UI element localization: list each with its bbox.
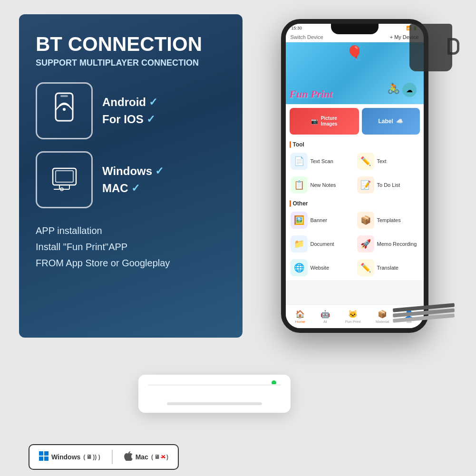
printer-device — [138, 375, 291, 413]
windows-compat-label: Windows — [51, 453, 80, 461]
phone-screen: 15:30 📶 🔋 Switch Device + My Device 🎈 🚴 … — [286, 24, 424, 328]
android-check: ✓ — [149, 96, 157, 108]
text-label: Text — [377, 158, 387, 164]
windows-icon — [39, 451, 49, 463]
phone-icon-box — [36, 82, 93, 139]
coffee-cup — [409, 24, 452, 71]
document-item[interactable]: 📁 Document — [290, 233, 353, 254]
new-notes-label: New Notes — [311, 182, 336, 188]
mac-symbols: ( 🖥 ✕ ) — [151, 454, 168, 460]
bt-subtitle: SUPPORT MULTIPLAYER CONNECTION — [36, 58, 226, 68]
windows-compat: Windows ( 🖥 )) ) — [39, 451, 100, 463]
other-section-title: Other — [293, 200, 308, 207]
bicycle-icon: 🚴 — [387, 82, 400, 95]
templates-label: Templates — [377, 217, 401, 223]
todo-label: To Do List — [377, 182, 400, 188]
fun-print-icon: 🐱 — [348, 310, 358, 319]
mac-item: MAC ✓ — [102, 182, 164, 195]
translate-icon: ✏️ — [357, 259, 374, 276]
memo-recording-item[interactable]: 🚀 Memo Recording — [356, 233, 420, 254]
document-label: Document — [311, 241, 334, 247]
text-scan-label: Text Scan — [311, 158, 333, 164]
nav-switch-device[interactable]: Switch Device — [291, 34, 323, 40]
apple-icon — [124, 451, 133, 463]
translate-item[interactable]: ✏️ Translate — [356, 257, 420, 278]
text-icon: ✏️ — [357, 153, 374, 170]
svg-rect-1 — [60, 95, 68, 97]
templates-item[interactable]: 📦 Templates — [356, 210, 420, 231]
cloud-deco: ☁ — [402, 83, 417, 97]
document-icon: 📁 — [291, 235, 308, 253]
mobile-os-list: Android ✓ For IOS ✓ — [102, 82, 157, 139]
text-scan-item[interactable]: 📄 Text Scan — [290, 151, 353, 172]
banner-icon: 🖼️ — [291, 212, 308, 229]
home-icon: 🏠 — [295, 310, 305, 319]
picture-images-btn[interactable]: 📷 PictureImages — [290, 108, 359, 135]
desktop-os-list: Windows ✓ MAC ✓ — [102, 151, 164, 208]
quick-actions: 📷 PictureImages Label ☁️ — [286, 104, 424, 138]
nav-material[interactable]: 📦 Material — [376, 310, 389, 324]
printer-line — [148, 384, 281, 386]
ios-item: For IOS ✓ — [102, 113, 157, 126]
picture-label: PictureImages — [321, 116, 337, 127]
todo-icon: 📝 — [357, 176, 374, 194]
cloud-icon: ☁️ — [396, 118, 403, 125]
other-section-bar — [290, 200, 291, 207]
mac-check: ✓ — [131, 182, 140, 194]
new-notes-item[interactable]: 📋 New Notes — [290, 175, 353, 195]
bt-title: BT CONNECTION — [36, 33, 226, 55]
windows-check: ✓ — [155, 165, 164, 177]
right-section: 15:30 📶 🔋 Switch Device + My Device 🎈 🚴 … — [252, 14, 457, 358]
svg-rect-10 — [39, 457, 43, 461]
material-icon: 📦 — [378, 310, 387, 319]
svg-point-6 — [61, 189, 62, 190]
other-section: Other 🖼️ Banner 📦 Templates — [286, 197, 424, 280]
nav-ai[interactable]: 🤖 AI — [321, 310, 330, 324]
svg-point-2 — [63, 108, 66, 111]
mobile-features: Android ✓ For IOS ✓ — [36, 82, 226, 139]
windows-symbols: ( 🖥 )) ) — [83, 454, 100, 460]
bottom-bar: Windows ( 🖥 )) ) Mac ( 🖥 — [0, 438, 476, 476]
svg-rect-8 — [39, 451, 43, 456]
camera-icon: 📷 — [311, 118, 318, 125]
ios-check: ✓ — [146, 113, 155, 126]
website-label: Website — [311, 265, 330, 271]
website-icon: 🌐 — [291, 259, 308, 276]
svg-rect-11 — [44, 457, 49, 461]
fun-print-banner: 🎈 🚴 ☁ Fun Print — [286, 42, 424, 104]
memo-label: Memo Recording — [377, 241, 417, 247]
label-btn[interactable]: Label ☁️ — [362, 108, 420, 135]
cup-handle — [447, 38, 459, 55]
text-item[interactable]: ✏️ Text — [356, 151, 420, 172]
website-item[interactable]: 🌐 Website — [290, 257, 353, 278]
nav-home[interactable]: 🏠 Home — [295, 310, 305, 324]
tool-grid: 📄 Text Scan ✏️ Text 📋 New Notes — [290, 151, 420, 195]
tool-section-title: Tool — [293, 141, 304, 148]
mac-compat-label: Mac — [136, 453, 148, 461]
windows-item: Windows ✓ — [102, 165, 164, 178]
todo-list-item[interactable]: 📝 To Do List — [356, 175, 420, 195]
monitor-icon-box — [36, 151, 93, 208]
balloon-icon: 🎈 — [346, 45, 363, 61]
banner-label: Banner — [311, 217, 327, 223]
translate-label: Translate — [377, 265, 398, 271]
other-section-header: Other — [290, 200, 420, 207]
printer-slot — [167, 402, 262, 405]
banner-item[interactable]: 🖼️ Banner — [290, 210, 353, 231]
memo-icon: 🚀 — [357, 235, 374, 253]
top-section: BT CONNECTION SUPPORT MULTIPLAYER CONNEC… — [0, 0, 476, 358]
templates-icon: 📦 — [357, 212, 374, 229]
svg-rect-9 — [44, 451, 49, 456]
fun-print-text: Fun Print — [290, 88, 333, 100]
ai-icon: 🤖 — [321, 310, 330, 319]
bt-connection-card: BT CONNECTION SUPPORT MULTIPLAYER CONNEC… — [19, 14, 243, 338]
nav-fun-print[interactable]: 🐱 Fun Print — [345, 310, 360, 324]
new-notes-icon: 📋 — [291, 176, 308, 194]
phone-wifi-icon — [50, 91, 78, 131]
text-scan-icon: 📄 — [291, 153, 308, 170]
phone-notch — [331, 24, 379, 34]
printer-section — [0, 358, 476, 438]
tool-section: Tool 📄 Text Scan ✏️ Text — [286, 138, 424, 197]
tool-section-header: Tool — [290, 141, 420, 148]
android-item: Android ✓ — [102, 96, 157, 109]
